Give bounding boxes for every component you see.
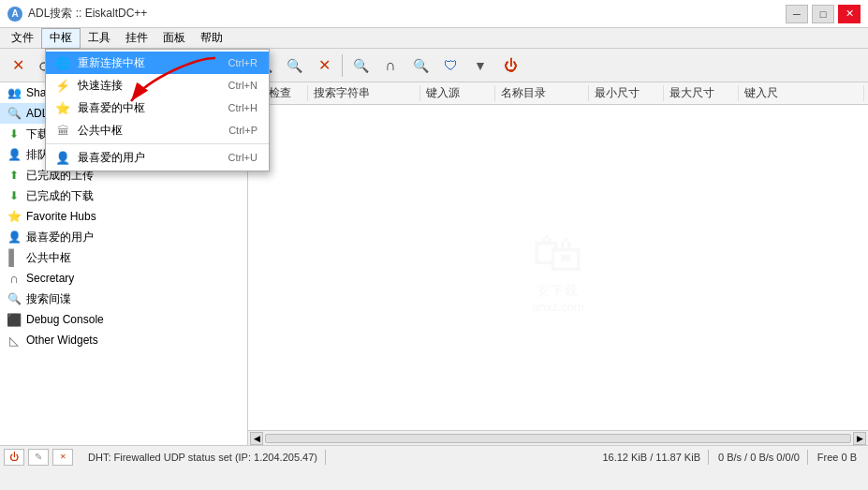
content-area: 已检查 搜索字符串 键入源 名称目录 最小尺寸 最大尺寸 键入尺 🛍 安下载 a… [248, 82, 868, 445]
status-icon-btn-2[interactable]: ✎ [28, 449, 49, 466]
sidebar-item-secretary[interactable]: ∩ Secretary [0, 268, 247, 289]
dd-shortcut-quick-connect: Ctrl+N [228, 80, 257, 91]
watermark-icon: 🛍 [532, 222, 583, 282]
status-bar: ⏻ ✎ ✕ DHT: Firewalled UDP status set (IP… [0, 445, 868, 468]
dd-shortcut-favorite-hubs: Ctrl+H [228, 102, 257, 113]
th-source-type: 键入源 [420, 85, 495, 101]
title-bar-left: A ADL搜索 :: EiskaltDC++ [7, 6, 147, 22]
window-title: ADL搜索 :: EiskaltDC++ [28, 6, 147, 22]
toolbar-btn-mag3[interactable]: 🔍 [346, 52, 375, 80]
dd-item-favorite-users[interactable]: 👤 最喜爱的用户 Ctrl+U [46, 146, 269, 169]
toolbar-btn-mag4[interactable]: 🔍 [406, 52, 434, 80]
sidebar-icon-public-hub: ▌ [6, 249, 22, 266]
sidebar-icon-adl-search: 🔍 [6, 105, 22, 122]
dd-icon-favorite-hubs-menu: ⭐ [53, 98, 72, 117]
sidebar-icon-queued-users: 👤 [6, 146, 22, 163]
dd-icon-favorite-users-menu: 👤 [53, 148, 72, 167]
th-size-type: 键入尺 [739, 85, 864, 101]
th-min-size: 最小尺寸 [589, 85, 664, 101]
sidebar-icon-secretary: ∩ [6, 270, 22, 287]
dd-item-favorite-hubs[interactable]: ⭐ 最喜爱的中枢 Ctrl+H [46, 97, 269, 119]
dd-item-reconnect[interactable]: 🌐 重新连接中枢 Ctrl+R [46, 52, 269, 74]
sidebar-icon-other-widgets: ◺ [6, 332, 22, 349]
dd-shortcut-reconnect: Ctrl+R [228, 57, 257, 68]
title-controls: ─ □ ✕ [786, 5, 861, 23]
toolbar-btn-x2[interactable]: ✕ [310, 52, 338, 80]
scrollbar-horizontal[interactable]: ◀ ▶ [248, 430, 868, 445]
sidebar-icon-share-browsers: 👥 [6, 84, 22, 101]
menu-widgets[interactable]: 挂件 [118, 28, 155, 49]
sidebar-item-other-widgets[interactable]: ◺ Other Widgets [0, 330, 247, 350]
scroll-track[interactable] [265, 434, 851, 443]
toolbar-btn-intersect[interactable]: ∩ [376, 52, 405, 80]
menu-hub[interactable]: 中枢 [41, 28, 81, 49]
menu-help[interactable]: 帮助 [193, 28, 230, 49]
toolbar-btn-x[interactable]: ✕ [4, 52, 32, 80]
sidebar-item-debug-console[interactable]: ⬛ Debug Console [0, 309, 247, 330]
app-icon: A [7, 7, 22, 22]
status-icon-btn-1[interactable]: ⏻ [4, 449, 24, 466]
sidebar-icon-uploads: ⬆ [6, 167, 22, 184]
th-name-dir: 名称目录 [495, 85, 589, 101]
dd-item-public-hubs[interactable]: 🏛 公共中枢 Ctrl+P [46, 119, 269, 141]
status-icon-btn-3[interactable]: ✕ [52, 449, 73, 466]
title-bar: A ADL搜索 :: EiskaltDC++ ─ □ ✕ [0, 0, 868, 28]
toolbar-btn-mag2[interactable]: 🔍 [280, 52, 308, 80]
table-header: 已检查 搜索字符串 键入源 名称目录 最小尺寸 最大尺寸 键入尺 [248, 82, 868, 105]
th-search-string: 搜索字符串 [308, 85, 420, 101]
sidebar-icon-downloads: ⬇ [6, 187, 22, 204]
dd-shortcut-favorite-users: Ctrl+U [228, 152, 257, 163]
toolbar-btn-power[interactable]: ⏻ [496, 52, 524, 80]
sidebar-item-public-hub[interactable]: ▌ 公共中枢 [0, 247, 247, 268]
dd-icon-public-hubs: 🏛 [53, 121, 72, 140]
close-button[interactable]: ✕ [838, 5, 861, 23]
minimize-button[interactable]: ─ [786, 5, 808, 23]
status-transfer: 16.12 KiB / 11.87 KiB [595, 450, 709, 465]
sidebar-item-favorite-users[interactable]: 👤 最喜爱的用户 [0, 227, 247, 247]
menu-tools[interactable]: 工具 [81, 28, 118, 49]
toolbar-btn-shield[interactable]: 🛡 [436, 52, 464, 80]
dropdown-menu: 🌐 重新连接中枢 Ctrl+R ⚡ 快速连接 Ctrl+N ⭐ 最喜爱的中枢 C… [45, 49, 270, 171]
dd-icon-reconnect: 🌐 [53, 53, 72, 72]
th-max-size: 最大尺寸 [664, 85, 739, 101]
watermark-url: anxz.com [532, 299, 584, 313]
sidebar-item-favorite-hubs[interactable]: ⭐ Favorite Hubs [0, 206, 247, 227]
menu-panel[interactable]: 面板 [155, 28, 193, 49]
scroll-right-btn[interactable]: ▶ [853, 432, 866, 445]
sidebar-item-search-spy[interactable]: 🔍 搜索间谍 [0, 289, 247, 309]
toolbar-btn-filter[interactable]: ▼ [466, 52, 494, 80]
status-speed: 0 B/s / 0 B/s 0/0/0 [711, 450, 808, 465]
watermark-text: 安下载 [537, 282, 579, 299]
toolbar-sep-2 [342, 54, 343, 77]
dd-icon-quick-connect: ⚡ [53, 76, 72, 95]
status-dht: DHT: Firewalled UDP status set (IP: 1.20… [81, 450, 326, 465]
status-icon-group: ⏻ ✎ ✕ [4, 449, 75, 466]
scroll-left-btn[interactable]: ◀ [250, 432, 263, 445]
sidebar-icon-debug-console: ⬛ [6, 311, 22, 328]
dd-item-quick-connect[interactable]: ⚡ 快速连接 Ctrl+N [46, 74, 269, 97]
sidebar-icon-favorite-hubs: ⭐ [6, 208, 22, 225]
maximize-button[interactable]: □ [812, 5, 834, 23]
dd-shortcut-public-hubs: Ctrl+P [228, 125, 257, 136]
watermark: 🛍 安下载 anxz.com [532, 222, 584, 313]
dd-separator [46, 143, 269, 144]
sidebar-icon-download-queue: ⬇ [6, 126, 22, 142]
menu-file[interactable]: 文件 [4, 28, 41, 49]
status-free: Free 0 B [810, 450, 864, 465]
sidebar-icon-favorite-users: 👤 [6, 229, 22, 245]
menu-bar: 文件 中枢 工具 挂件 面板 帮助 [0, 28, 868, 49]
sidebar-icon-search-spy: 🔍 [6, 290, 22, 307]
sidebar-item-downloads-complete[interactable]: ⬇ 已完成的下载 [0, 186, 247, 206]
table-body: 🛍 安下载 anxz.com [248, 105, 868, 430]
